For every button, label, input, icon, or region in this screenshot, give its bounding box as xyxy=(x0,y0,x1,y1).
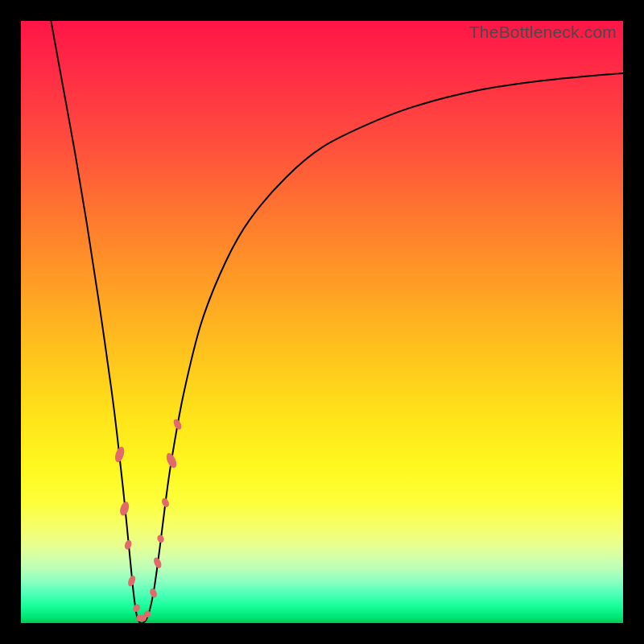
data-marker xyxy=(126,575,137,588)
chart-overlay xyxy=(21,21,623,623)
data-marker xyxy=(148,587,158,598)
plot-area: TheBottleneck.com xyxy=(21,21,623,623)
data-marker xyxy=(160,497,170,508)
marker-group xyxy=(114,418,183,621)
data-marker xyxy=(172,418,184,431)
data-marker xyxy=(152,556,163,569)
data-marker xyxy=(164,452,179,469)
data-marker xyxy=(118,501,130,517)
data-marker xyxy=(114,446,126,464)
data-marker xyxy=(131,603,141,613)
bottleneck-curve xyxy=(51,21,623,623)
data-marker xyxy=(123,539,133,551)
data-marker xyxy=(156,534,165,543)
chart-frame: TheBottleneck.com xyxy=(0,0,644,644)
